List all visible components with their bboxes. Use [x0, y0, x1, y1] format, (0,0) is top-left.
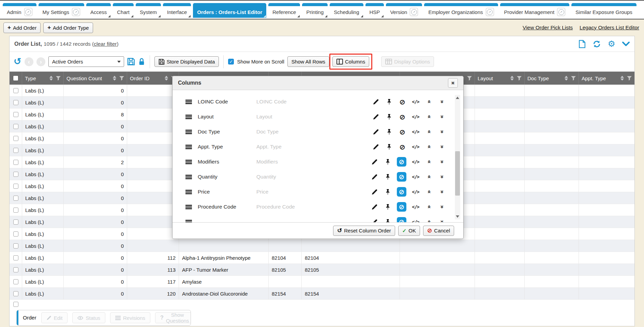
row-checkbox[interactable] [13, 219, 18, 225]
drag-handle-icon[interactable] [185, 116, 192, 117]
pin-icon[interactable] [384, 218, 392, 222]
pin-icon[interactable] [384, 188, 392, 196]
row-checkbox[interactable] [13, 279, 18, 284]
table-row[interactable]: Labs (L) 0 120 Androstane-Diol Glucoroni… [10, 288, 634, 300]
edit-icon[interactable] [372, 143, 380, 151]
dialog-scrollbar-thumb[interactable] [455, 151, 460, 196]
row-checkbox[interactable] [13, 136, 18, 141]
edit-icon[interactable] [370, 203, 378, 211]
tab-chart[interactable]: Chart [113, 3, 134, 18]
refresh-icon[interactable] [593, 40, 601, 48]
open-external-icon[interactable]: ↗ [557, 8, 565, 16]
edit-icon[interactable] [370, 218, 378, 222]
row-checkbox[interactable] [13, 302, 18, 307]
code-icon[interactable]: </> [411, 98, 420, 106]
row-checkbox[interactable] [13, 291, 18, 296]
code-icon[interactable]: </> [411, 113, 420, 121]
scroll-down-icon[interactable] [456, 215, 459, 218]
dialog-column-row-quantity[interactable]: Quantity Quantity ⊘ </> » » [173, 169, 463, 184]
column-header-type[interactable]: Type [22, 72, 64, 85]
drag-handle-icon[interactable] [185, 176, 192, 177]
sort-icon[interactable] [565, 76, 568, 81]
collapse-chevron-icon[interactable] [622, 42, 630, 46]
scroll-up-icon[interactable] [456, 97, 459, 99]
open-external-icon[interactable]: ↗ [486, 8, 494, 16]
hide-column-icon[interactable]: ⊘ [398, 128, 406, 136]
table-row[interactable]: Labs (L) 0 [10, 240, 634, 252]
tab-interface[interactable]: Interface [163, 3, 191, 18]
open-external-icon[interactable]: ↗ [72, 8, 80, 16]
add-order-button[interactable]: + Add Order [3, 23, 41, 33]
code-icon[interactable]: </> [411, 158, 420, 166]
row-checkbox[interactable] [13, 148, 18, 153]
tab-my-settings[interactable]: My Settings ↗ [39, 3, 84, 18]
edit-icon[interactable] [372, 128, 380, 136]
hide-column-icon[interactable]: ⊘ [398, 113, 406, 121]
dialog-column-row-doc-type[interactable]: Doc Type Doc Type ⊘ </> » » [173, 124, 463, 139]
filter-icon[interactable] [627, 76, 632, 81]
row-checkbox[interactable] [13, 196, 18, 201]
store-displayed-data-button[interactable]: Store Displayed Data [154, 56, 219, 67]
tab-hsp[interactable]: HSP [365, 3, 384, 18]
tab-admin[interactable]: Admin ↗ [3, 3, 36, 18]
row-checkbox[interactable] [13, 267, 18, 272]
move-to-bottom-icon[interactable]: » [438, 218, 446, 222]
pin-icon[interactable] [385, 143, 393, 151]
dialog-column-row-price[interactable]: Price Price ⊘ </> » » [173, 184, 463, 199]
move-to-bottom-icon[interactable]: » [438, 128, 446, 136]
tab-scheduling[interactable]: Scheduling [330, 3, 363, 18]
sort-icon[interactable] [113, 76, 116, 81]
row-checkbox[interactable] [13, 160, 18, 165]
tab-printing[interactable]: Printing [302, 3, 328, 18]
hide-column-icon[interactable]: ⊘ [397, 217, 406, 222]
reset-column-order-button[interactable]: ↺ Reset Column Order [333, 226, 395, 236]
tab-reference[interactable]: Reference [268, 3, 300, 18]
edit-icon[interactable] [372, 113, 380, 121]
add-order-type-button[interactable]: + Add Order Type [43, 23, 93, 33]
show-all-rows-button[interactable]: Show All Rows [287, 56, 329, 67]
pin-icon[interactable] [385, 98, 393, 106]
table-row[interactable]: Labs (L) 0 117 Amylase [10, 276, 634, 288]
column-header-layout[interactable]: Layout [475, 72, 525, 85]
tab-system[interactable]: System [136, 3, 161, 18]
edit-icon[interactable] [372, 98, 380, 106]
move-to-bottom-icon[interactable]: » [438, 98, 446, 106]
move-to-top-icon[interactable]: » [425, 218, 433, 222]
move-to-top-icon[interactable]: » [425, 98, 433, 106]
table-row[interactable]: Labs (L) 0 112 Alpha-1 Antitrypsin Pheno… [10, 252, 634, 264]
tab-similar-exposure-groups[interactable]: Similar Exposure Groups [571, 3, 636, 18]
code-icon[interactable]: </> [411, 203, 420, 211]
code-icon[interactable]: </> [411, 173, 420, 181]
undo-icon[interactable]: ↺ [14, 57, 21, 66]
row-checkbox[interactable] [13, 112, 18, 117]
open-external-icon[interactable]: ↗ [24, 8, 32, 16]
pin-icon[interactable] [384, 203, 392, 211]
view-order-pick-lists-link[interactable]: View Order Pick Lists [523, 25, 573, 31]
row-checkbox[interactable] [13, 100, 18, 105]
dialog-column-row-modifiers[interactable]: Modifiers Modifiers ⊘ </> » » [173, 154, 463, 169]
sort-icon[interactable] [49, 76, 53, 81]
hide-column-icon[interactable]: ⊘ [397, 187, 406, 197]
move-to-top-icon[interactable]: » [425, 173, 433, 181]
move-to-bottom-icon[interactable]: » [438, 173, 446, 181]
edit-icon[interactable] [370, 173, 378, 181]
view-select[interactable]: Active Orders [48, 56, 124, 67]
dialog-column-row-appt-type[interactable]: Appt. Type Appt. Type ⊘ </> » » [173, 139, 463, 154]
dialog-column-row-procedure-code[interactable]: Procedure Code Procedure Code ⊘ </> » » [173, 199, 463, 214]
row-checkbox[interactable] [13, 243, 18, 248]
move-to-top-icon[interactable]: » [425, 203, 433, 211]
edit-icon[interactable] [370, 158, 378, 166]
pin-icon[interactable] [385, 113, 393, 121]
pin-icon[interactable] [384, 173, 392, 181]
column-header-appt-type[interactable]: Appt. Type [579, 72, 634, 85]
legacy-orders-list-editor-link[interactable]: Legacy Orders List Editor [580, 25, 639, 31]
move-to-top-icon[interactable]: » [425, 128, 433, 136]
code-icon[interactable]: </> [411, 128, 420, 136]
move-to-top-icon[interactable]: » [425, 188, 433, 196]
row-checkbox[interactable] [13, 172, 18, 177]
drag-handle-icon[interactable] [185, 191, 192, 193]
save-view-icon[interactable] [127, 58, 135, 66]
code-icon[interactable]: </> [411, 143, 420, 151]
dialog-column-row-layout[interactable]: Layout Layout ⊘ </> » » [173, 109, 463, 124]
column-header-order-id[interactable]: Order ID [127, 72, 179, 85]
